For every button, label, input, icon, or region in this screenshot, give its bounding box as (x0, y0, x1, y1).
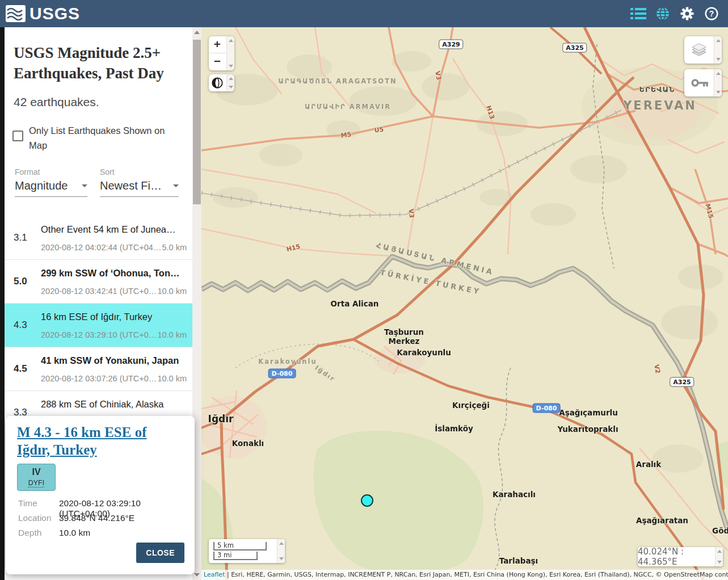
event-magnitude: 5.0 (14, 276, 27, 287)
map-label: Merkez (389, 337, 420, 346)
route-shield: D-080 (533, 404, 561, 413)
zoom-out-button[interactable]: − (209, 53, 226, 70)
map-label: Taşburun (384, 327, 424, 337)
map-label: Yukarıtopraklı (557, 425, 618, 434)
map-label: YEREVAN (623, 99, 697, 112)
control-scrollbar (714, 36, 722, 64)
globe-icon[interactable] (211, 77, 224, 91)
map-label: Karakoyunlu (397, 348, 451, 357)
checkbox[interactable] (12, 131, 23, 141)
depth-label: Depth (18, 528, 59, 538)
close-button[interactable]: CLOSE (136, 543, 184, 563)
zoom-in-button[interactable]: + (209, 36, 226, 53)
scale-km: 5 km (213, 542, 267, 550)
globe-icon[interactable] (654, 5, 671, 22)
road-label: V2 (653, 364, 662, 374)
gear-icon[interactable] (679, 5, 696, 22)
scale-control: 5 km 3 mi (209, 539, 285, 563)
sort-select[interactable]: Newest Fi… (100, 179, 179, 197)
event-detail-popup: M 4.3 - 16 km ESE of Iğdır, Turkey IV DY… (6, 416, 195, 574)
sort-label: Sort (100, 167, 115, 176)
layers-icon[interactable] (691, 43, 708, 60)
zoom-control[interactable]: + − (209, 36, 234, 70)
key-icon[interactable] (691, 76, 710, 92)
event-detail-link[interactable]: M 4.3 - 16 km ESE of Iğdır, Turkey (17, 424, 166, 459)
road-label: V3 (434, 70, 443, 81)
only-list-shown-checkbox-row[interactable]: Only List Earthquakes Shown on Map (12, 124, 175, 153)
map-label: Iğdır (208, 413, 234, 425)
event-title: 41 km SSW of Yonakuni, Japan (41, 355, 188, 366)
map-label: Konaklı (232, 439, 264, 448)
help-icon[interactable]: ? (703, 5, 720, 22)
legend-button[interactable] (684, 69, 722, 96)
format-value: Magnitude (15, 179, 68, 192)
control-scrollbar (277, 539, 285, 563)
event-magnitude: 4.5 (14, 363, 27, 375)
list-item[interactable]: 3.1 Other Event 54 km E of Junea… 2020-0… (5, 216, 192, 260)
map-label: Kırçiçeği (452, 401, 490, 410)
format-label: Format (15, 167, 40, 176)
dyfi-intensity: IV (18, 467, 55, 477)
chevron-down-icon (173, 184, 179, 187)
dyfi-badge[interactable]: IV DYFI (17, 464, 56, 491)
coordinates-text: 40.024°N : 44.365°E (638, 547, 715, 566)
home-extent-button[interactable] (209, 74, 234, 91)
route-shield: A329 (439, 40, 463, 49)
event-time: 2020-08-12 03:07:26 (UTC+0… (41, 374, 157, 383)
map-label: Tarlabaşı (499, 556, 538, 565)
event-depth: 5.0 km (162, 243, 187, 252)
event-depth: 10.0 km (157, 374, 187, 383)
map-canvas[interactable]: ԵՐԵՎԱՆ YEREVAN ՀԱՅԱՍՏԱՆ ARMENIA TÜRKİYE … (201, 27, 728, 580)
event-title: 299 km SSW of ‘Ohonua, Ton… (41, 268, 188, 279)
road-label: M5 (340, 131, 352, 139)
map-label: Aralık (636, 460, 661, 469)
map-label: ԵՐԵՎԱՆ (639, 85, 675, 94)
map-label: Aşağıçamurlu (559, 408, 618, 417)
route-shield: D-080 (268, 369, 296, 379)
app-header: USGS (0, 0, 728, 27)
scrollbar-thumb[interactable] (193, 40, 201, 204)
window-edge (0, 27, 5, 580)
map-label: Aşağıaratan (636, 516, 688, 525)
list-icon[interactable] (630, 5, 647, 22)
list-item[interactable]: 4.5 41 km SSW of Yonakuni, Japan 2020-08… (5, 347, 192, 391)
sort-value: Newest Fi… (100, 179, 162, 192)
event-title: Other Event 54 km E of Junea… (41, 224, 188, 235)
scale-mi: 3 mi (213, 552, 258, 560)
event-title: 288 km SE of Chiniak, Alaska (41, 399, 188, 410)
layers-button[interactable] (684, 36, 722, 64)
earthquake-marker[interactable] (361, 494, 373, 507)
dyfi-label[interactable]: DYFI (28, 479, 44, 487)
usgs-logo[interactable]: USGS (5, 3, 80, 24)
event-depth: 10.0 km (157, 287, 187, 296)
checkbox-label: Only List Earthquakes Shown on Map (29, 124, 175, 153)
map-label: Orta Alican (331, 299, 379, 308)
list-item[interactable]: 5.0 299 km SSW of ‘Ohonua, Ton… 2020-08-… (5, 260, 192, 304)
scroll-down-arrow-icon[interactable] (194, 573, 200, 577)
control-scrollbar (226, 74, 234, 91)
route-shield: A325 (562, 43, 587, 53)
usgs-wave-icon (5, 3, 28, 24)
svg-text:?: ? (709, 9, 714, 18)
map-label: İslamköy (435, 424, 473, 433)
location-value: 39.848°N 44.216°E (59, 513, 134, 523)
attribution-text: | Esri, HERE, Garmin, USGS, Intermap, IN… (225, 571, 728, 578)
coordinates-readout: 40.024°N : 44.365°E (638, 547, 723, 566)
page-title: USGS Magnitude 2.5+ Earthquakes, Past Da… (14, 43, 188, 83)
leaflet-link[interactable]: Leaflet (204, 571, 225, 578)
event-depth: 10.0 km (157, 330, 187, 339)
road-label: U5 (374, 125, 384, 134)
map-label: ԱՐԱԳԱԾՈՏՆ ARAGATSOTN (278, 77, 397, 85)
format-select[interactable]: Magnitude (15, 179, 87, 197)
list-item-selected[interactable]: 4.3 16 km ESE of Iğdır, Turkey 2020-08-1… (5, 304, 192, 347)
location-label: Location (18, 513, 59, 523)
scroll-up-arrow-icon[interactable] (194, 31, 200, 34)
control-scrollbar (715, 547, 723, 566)
event-time: 2020-08-12 03:42:41 (UTC+0… (41, 287, 157, 296)
map-label: Gödel (712, 526, 728, 535)
road-label: V3 (407, 208, 415, 218)
map-label: Karahacılı (493, 490, 536, 499)
control-scrollbar (226, 36, 234, 70)
event-time: 2020-08-12 04:02:44 (UTC+04… (41, 243, 161, 252)
event-title: 16 km ESE of Iğdır, Turkey (41, 312, 188, 322)
